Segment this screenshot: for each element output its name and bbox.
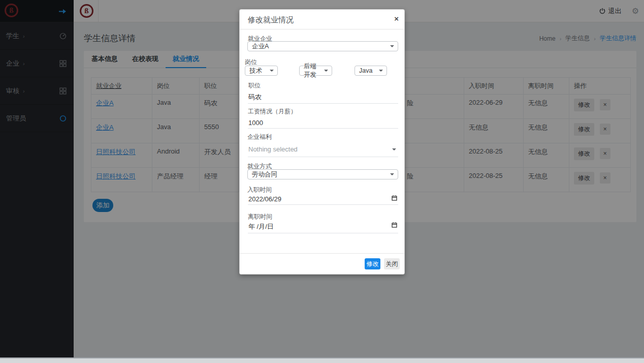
cancel-button[interactable]: 关闭	[384, 258, 400, 269]
benefits-select[interactable]: Nothing selected	[248, 144, 398, 157]
post-level3-value: Java	[359, 67, 372, 74]
method-select-value: 劳动合同	[252, 170, 277, 179]
caret-down-icon	[392, 148, 396, 150]
leave-date-input[interactable]: 年 /月/日	[248, 221, 398, 233]
submit-button[interactable]: 修改	[365, 258, 380, 269]
edit-employment-modal: 修改就业情况 × 就业企业 企业A 岗位 技术 后端开发 Java 职位 码农 …	[239, 9, 405, 275]
position-label: 职位	[248, 81, 261, 90]
post-level1-select[interactable]: 技术	[245, 66, 278, 76]
leave-date-placeholder: 年 /月/日	[248, 223, 274, 230]
modal-title: 修改就业情况	[248, 15, 294, 25]
benefits-label: 企业福利	[247, 133, 272, 141]
leave-date-label: 离职时间	[248, 213, 272, 221]
post-level2-value: 后端开发	[304, 62, 321, 79]
post-level3-select[interactable]: Java	[355, 66, 387, 76]
caret-down-icon	[390, 45, 394, 47]
modal-footer: 修改 关闭	[240, 253, 404, 274]
position-input[interactable]: 码农	[248, 91, 398, 104]
caret-down-icon	[270, 70, 274, 72]
calendar-icon[interactable]	[392, 195, 397, 201]
entry-date-value: 2022/06/29	[248, 195, 281, 203]
benefits-select-value: Nothing selected	[248, 145, 298, 153]
caret-down-icon	[324, 70, 328, 72]
salary-label: 工资情况（月薪）	[248, 107, 297, 116]
page-footer	[0, 357, 644, 363]
company-select[interactable]: 企业A	[247, 41, 398, 51]
salary-input[interactable]: 1000	[248, 117, 398, 129]
entry-date-input[interactable]: 2022/06/29	[248, 194, 398, 205]
company-select-value: 企业A	[252, 42, 269, 51]
caret-down-icon	[390, 173, 394, 175]
post-level2-select[interactable]: 后端开发	[299, 66, 332, 76]
modal-header: 修改就业情况 ×	[240, 10, 404, 29]
entry-date-label: 入职时间	[247, 186, 272, 194]
calendar-icon[interactable]	[392, 222, 397, 228]
caret-down-icon	[379, 70, 383, 72]
post-level1-value: 技术	[249, 67, 262, 75]
method-select[interactable]: 劳动合同	[247, 169, 398, 179]
close-icon[interactable]: ×	[394, 14, 399, 23]
